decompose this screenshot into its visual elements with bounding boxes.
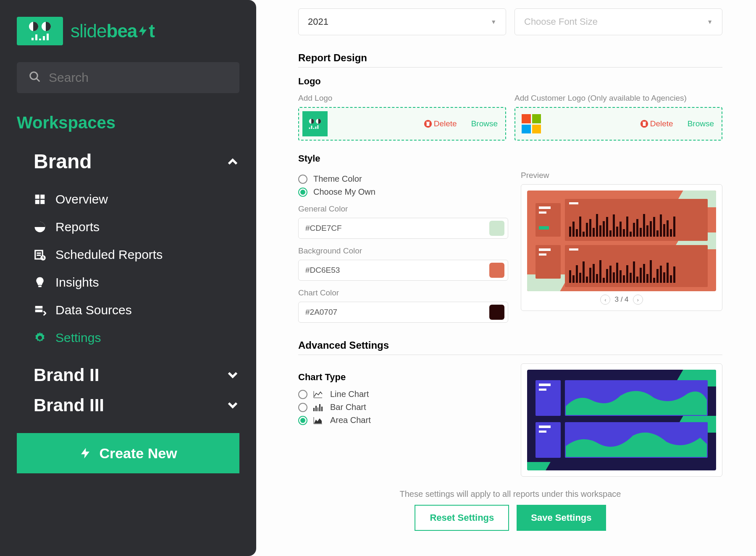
background-color-label: Background Color	[298, 246, 508, 256]
chart-color-input[interactable]: #2A0707	[298, 302, 508, 323]
chart-color-label: Chart Color	[298, 288, 508, 298]
delete-logo-button[interactable]: Delete	[424, 119, 457, 128]
line-chart-icon	[313, 391, 323, 398]
bolt-icon	[79, 445, 92, 462]
svg-rect-3	[40, 195, 45, 199]
advanced-settings-heading: Advanced Settings	[298, 339, 722, 351]
caret-down-icon: ▼	[707, 18, 713, 25]
svg-point-13	[38, 336, 42, 339]
reset-settings-button[interactable]: Reset Settings	[415, 505, 509, 531]
microsoft-icon	[522, 114, 541, 133]
nav-data-sources[interactable]: Data Sources	[34, 296, 239, 324]
browse-logo-button[interactable]: Browse	[471, 119, 498, 128]
customer-logo-uploader[interactable]: Delete Browse	[514, 107, 722, 141]
pager-next-button[interactable]: ›	[633, 295, 643, 305]
workspace-item-brand-2[interactable]: Brand II	[17, 360, 239, 390]
svg-rect-19	[643, 122, 646, 123]
background-color-input[interactable]: #DC6E53	[298, 260, 508, 281]
choose-own-label: Choose My Own	[313, 187, 375, 197]
svg-rect-18	[643, 123, 646, 126]
nav-label: Data Sources	[55, 303, 132, 317]
create-new-button[interactable]: Create New	[17, 433, 239, 473]
save-settings-button[interactable]: Save Settings	[517, 505, 606, 531]
general-color-swatch[interactable]	[489, 221, 504, 236]
footer-note: These settings will apply to all reports…	[298, 489, 722, 499]
chart-preview-box	[521, 363, 722, 477]
svg-point-0	[30, 72, 38, 80]
svg-line-1	[37, 78, 40, 82]
trash-icon	[424, 120, 432, 128]
nav-scheduled-reports[interactable]: Scheduled Reports	[34, 241, 239, 269]
nav-label: Settings	[55, 331, 101, 345]
svg-rect-15	[426, 123, 429, 126]
workspace-item-brand-3[interactable]: Brand III	[17, 390, 239, 420]
line-chart-radio[interactable]: Line Chart	[298, 389, 508, 399]
pager-text: 3 / 4	[614, 295, 628, 304]
add-logo-label: Add Logo	[298, 94, 506, 103]
theme-color-label: Theme Color	[313, 174, 362, 184]
choose-own-radio[interactable]: Choose My Own	[298, 187, 508, 197]
preview-label: Preview	[521, 171, 722, 180]
line-chart-label: Line Chart	[330, 389, 369, 399]
svg-rect-10	[38, 286, 42, 287]
nav-overview[interactable]: Overview	[34, 185, 239, 213]
radio-icon	[298, 175, 307, 184]
database-icon	[34, 304, 46, 316]
radio-icon	[298, 390, 307, 399]
chevron-down-icon	[226, 368, 239, 382]
chart-color-value: #2A0707	[305, 308, 489, 317]
logo-uploader[interactable]: Delete Browse	[298, 107, 506, 141]
nav-settings[interactable]: Settings	[34, 324, 239, 352]
main-content: 2021 ▼ Choose Font Size ▼ Report Design …	[256, 0, 756, 556]
svg-rect-5	[40, 200, 45, 204]
divider	[298, 67, 722, 68]
nav-label: Scheduled Reports	[55, 248, 163, 262]
browse-customer-logo-button[interactable]: Browse	[688, 119, 714, 128]
nav-reports[interactable]: Reports	[34, 213, 239, 241]
style-preview-box: ‹ 3 / 4 ›	[521, 184, 722, 311]
nav-label: Insights	[55, 275, 99, 290]
app-logo: slidebea t	[17, 17, 239, 45]
workspaces-heading: Workspaces	[17, 113, 239, 132]
workspace-label: Brand	[34, 150, 92, 173]
bolt-icon	[137, 22, 149, 40]
svg-rect-11	[35, 306, 43, 308]
nav-list: Overview Reports Scheduled Reports Insig…	[17, 185, 239, 352]
delete-customer-logo-button[interactable]: Delete	[640, 119, 673, 128]
chart-preview-canvas	[527, 370, 716, 470]
general-color-input[interactable]: #CDE7CF	[298, 218, 508, 239]
year-select[interactable]: 2021 ▼	[298, 8, 506, 35]
background-color-swatch[interactable]	[489, 263, 504, 278]
chart-color-swatch[interactable]	[489, 305, 504, 320]
customer-logo-thumbnail	[519, 111, 544, 136]
style-heading: Style	[298, 153, 722, 164]
divider	[298, 355, 722, 355]
bar-chart-icon	[313, 404, 323, 411]
search-input[interactable]	[49, 70, 228, 85]
workspace-item-brand[interactable]: Brand	[17, 145, 239, 178]
bar-chart-label: Bar Chart	[330, 402, 366, 412]
theme-color-radio[interactable]: Theme Color	[298, 174, 508, 184]
bar-chart-radio[interactable]: Bar Chart	[298, 402, 508, 412]
nav-label: Reports	[55, 220, 100, 234]
area-chart-radio[interactable]: Area Chart	[298, 415, 508, 425]
logo-heading: Logo	[298, 76, 722, 87]
nav-insights[interactable]: Insights	[34, 269, 239, 296]
create-new-label: Create New	[99, 445, 177, 462]
nav-label: Overview	[55, 192, 108, 206]
scheduled-icon	[34, 248, 46, 261]
pager-prev-button[interactable]: ‹	[600, 295, 610, 305]
font-size-select[interactable]: Choose Font Size ▼	[514, 8, 722, 35]
svg-rect-4	[35, 200, 39, 204]
search-box[interactable]	[17, 62, 239, 93]
bulb-icon	[34, 276, 46, 289]
year-value: 2021	[308, 16, 328, 27]
style-preview-canvas	[527, 191, 716, 291]
search-icon	[29, 70, 41, 85]
chevron-down-icon	[226, 399, 239, 412]
background-color-value: #DC6E53	[305, 266, 489, 275]
preview-pager: ‹ 3 / 4 ›	[527, 295, 716, 305]
workspace-label: Brand III	[34, 395, 104, 415]
chevron-up-icon	[226, 155, 239, 168]
logo-badge-icon	[17, 17, 63, 45]
